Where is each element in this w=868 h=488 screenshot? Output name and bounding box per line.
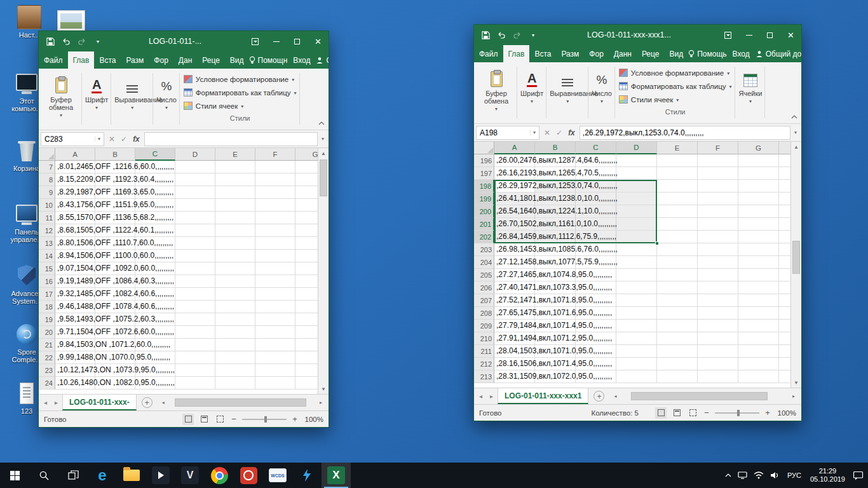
row-header[interactable]: 11 xyxy=(39,212,55,224)
row-header[interactable]: 209 xyxy=(474,320,494,332)
row-header[interactable]: 212 xyxy=(474,358,494,370)
row-cells[interactable]: ,28.04,1503,вкл,1071.0,95.0,,,,,,,,, xyxy=(494,345,790,358)
sheet-row[interactable]: 16 ,9.19,1489,OFF ,1086.4,60.3,,,,,,,,, xyxy=(39,275,318,288)
redo-icon[interactable] xyxy=(74,33,90,50)
row-header[interactable]: 14 xyxy=(39,250,55,262)
tell-me-button[interactable]: Помощн xyxy=(249,56,288,65)
row-header[interactable]: 197 xyxy=(474,167,494,180)
share-button[interactable]: Общий до xyxy=(756,50,802,58)
row-cells[interactable]: ,8.68,1505,OFF ,1122.4,60.1,,,,,,,,, xyxy=(55,224,318,237)
column-header[interactable]: A xyxy=(494,142,535,154)
insert-function-icon[interactable]: fx xyxy=(568,128,575,137)
conditional-formatting-button[interactable]: Условное форматирование▾ xyxy=(184,72,294,86)
start-button[interactable] xyxy=(0,463,29,488)
close-button[interactable]: ✕ xyxy=(308,31,329,51)
scroll-down-icon[interactable]: ▼ xyxy=(318,384,329,394)
row-header[interactable]: 204 xyxy=(474,256,494,269)
zoom-slider-thumb[interactable] xyxy=(737,410,740,416)
row-cells[interactable]: ,26.41,1801,выкл,1238.0,10.0,,,,,,,,, xyxy=(494,193,790,205)
number-group[interactable]: % Число▾ xyxy=(588,64,615,122)
row-cells[interactable]: ,27.52,1471,вкл,1071.8,95.0,,,,,,,,, xyxy=(494,294,790,307)
sheet-row[interactable]: 203 ,26.98,1453,выкл,1085.6,76.0,,,,,,,,… xyxy=(474,243,790,256)
sheet-row[interactable]: 20 ,9.71,1504,OFF ,1072.6,60.0,,,,,,,,, xyxy=(39,326,318,339)
vertical-scroll-thumb[interactable] xyxy=(320,159,327,196)
row-header[interactable]: 211 xyxy=(474,345,494,358)
video-app-button[interactable]: V xyxy=(175,463,205,488)
sheet-row[interactable]: 14 ,8.94,1506,OFF ,1100.0,60.0,,,,,,,,, xyxy=(39,250,318,262)
row-header[interactable]: 208 xyxy=(474,307,494,320)
sheet-nav-prev-icon[interactable]: ◂ xyxy=(476,393,485,400)
row-cells[interactable]: ,26.00,2476,выкл,1287.4,64.6,,,,,,,,, xyxy=(494,154,790,167)
column-header[interactable]: C xyxy=(576,142,616,154)
column-header[interactable]: G xyxy=(295,148,318,161)
sheet-row[interactable]: 196 ,26.00,2476,выкл,1287.4,64.6,,,,,,,,… xyxy=(474,154,790,167)
sheet-row[interactable]: 206 ,27.40,1471,вкл,1073.3,95.0,,,,,,,,, xyxy=(474,281,790,294)
zoom-out-button[interactable]: − xyxy=(703,408,710,417)
undo-icon[interactable] xyxy=(58,33,74,50)
network-button[interactable] xyxy=(735,463,750,488)
ribbon-tab[interactable]: Глав xyxy=(503,45,530,62)
redo-icon[interactable] xyxy=(510,27,525,43)
row-header[interactable]: 206 xyxy=(474,281,494,294)
sheet-row[interactable]: 9 ,8.29,1987,OFF ,1169.3,65.0,,,,,,,,, xyxy=(39,186,318,199)
ribbon-display-options-icon[interactable] xyxy=(245,31,266,51)
column-header[interactable]: E xyxy=(215,148,255,161)
cell-styles-button[interactable]: Стили ячеек▾ xyxy=(184,99,243,112)
row-cells[interactable]: ,27.91,1494,вкл,1071.2,95.0,,,,,,,,, xyxy=(494,332,790,345)
sheet-row[interactable]: 13 ,8.80,1506,OFF ,1110.7,60.0,,,,,,,,, xyxy=(39,237,318,250)
name-box[interactable]: C283▾ xyxy=(41,132,104,146)
sheet-row[interactable]: 17 ,9.32,1485,OFF ,1082.4,60.6,,,,,,,,, xyxy=(39,288,318,301)
insert-function-icon[interactable]: fx xyxy=(133,135,140,144)
row-header[interactable]: 201 xyxy=(474,218,494,231)
zoom-out-button[interactable]: − xyxy=(230,414,238,424)
enter-icon[interactable]: ✓ xyxy=(556,128,562,137)
row-cells[interactable]: ,28.31,1509,вкл,1072.0,95.0,,,,,,,,, xyxy=(494,370,790,383)
maximize-button[interactable] xyxy=(759,25,780,45)
ribbon-tab[interactable]: Файл xyxy=(39,51,68,69)
formula-bar[interactable] xyxy=(144,132,318,146)
select-all-corner[interactable] xyxy=(474,142,494,154)
column-header[interactable]: B xyxy=(535,142,576,154)
row-header[interactable]: 24 xyxy=(39,377,55,390)
zoom-slider[interactable] xyxy=(715,412,759,414)
row-header[interactable]: 200 xyxy=(474,205,494,218)
sheet-row[interactable]: 197 ,26.16,2193,выкл,1265.4,70.5,,,,,,,,… xyxy=(474,167,790,180)
sheet-row[interactable]: 15 ,9.07,1504,OFF ,1092.0,60.0,,,,,,,,, xyxy=(39,262,318,275)
save-icon[interactable] xyxy=(478,27,493,43)
horizontal-scroll-thumb[interactable] xyxy=(175,398,306,407)
zoom-level[interactable]: 100% xyxy=(303,416,323,423)
clipboard-group[interactable]: Буфер обмена▾ xyxy=(475,64,517,122)
row-cells[interactable]: ,27.79,1484,вкл,1071.4,95.0,,,,,,,,, xyxy=(494,320,790,332)
sign-in-button[interactable]: Вход xyxy=(733,50,750,58)
title-bar[interactable]: ▾ LOG-01-011-... ✕ xyxy=(39,31,329,51)
vertical-scroll-thumb[interactable] xyxy=(792,241,800,274)
row-header[interactable]: 8 xyxy=(39,173,55,186)
name-box[interactable]: A198▾ xyxy=(476,126,539,140)
task-view-button[interactable] xyxy=(58,463,88,488)
sheet-row[interactable]: 10 ,8.43,1756,OFF ,1151.9,65.0,,,,,,,,, xyxy=(39,199,318,212)
row-header[interactable]: 199 xyxy=(474,193,494,205)
chrome-button[interactable] xyxy=(205,463,234,488)
sheet-row[interactable]: 200 ,26.54,1640,выкл,1224.1,10.0,,,,,,,,… xyxy=(474,205,790,218)
scroll-right-icon[interactable]: ▸ xyxy=(316,400,325,405)
sheet-row[interactable]: 18 ,9.46,1488,OFF ,1078.4,60.6,,,,,,,,, xyxy=(39,301,318,313)
clipboard-group[interactable]: Буфер обмена▾ xyxy=(40,70,82,128)
row-header[interactable]: 16 xyxy=(39,275,55,288)
ribbon-tab[interactable]: Вста xyxy=(529,45,556,62)
ribbon-tab[interactable]: Данн xyxy=(609,45,637,62)
vertical-scrollbar[interactable]: ▲ ▼ xyxy=(318,148,329,394)
red-app-button[interactable] xyxy=(234,463,263,488)
sheet-row[interactable]: 21 ,9.84,1503,ON ,1071.2,60.0,,,,,,,,, xyxy=(39,339,318,351)
sheet-nav-prev-icon[interactable]: ◂ xyxy=(41,399,50,406)
row-cells[interactable]: ,9.71,1504,OFF ,1072.6,60.0,,,,,,,,, xyxy=(55,326,318,339)
column-header[interactable]: C xyxy=(135,148,175,161)
scroll-down-icon[interactable]: ▼ xyxy=(791,377,801,388)
row-header[interactable]: 202 xyxy=(474,231,494,243)
column-header[interactable]: G xyxy=(738,142,779,154)
file-explorer-button[interactable] xyxy=(117,463,146,488)
column-header[interactable]: E xyxy=(657,142,698,154)
cell-styles-button[interactable]: Стили ячеек▾ xyxy=(619,93,679,106)
row-header[interactable]: 23 xyxy=(39,364,55,377)
sheet-row[interactable]: 207 ,27.52,1471,вкл,1071.8,95.0,,,,,,,,, xyxy=(474,294,790,307)
ribbon-tab[interactable]: Дан xyxy=(173,51,197,69)
